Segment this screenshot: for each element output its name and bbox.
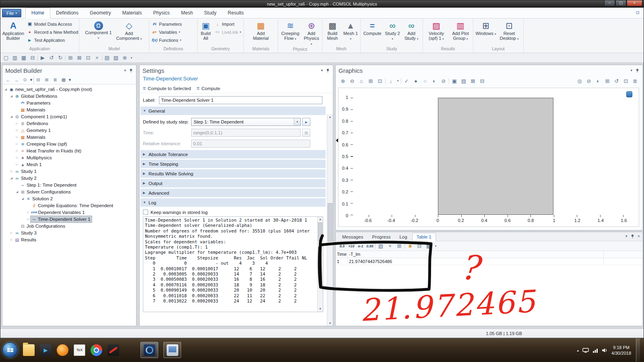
undo-icon[interactable]: ↺: [47, 54, 56, 62]
tree-expander[interactable]: ◢: [9, 115, 14, 118]
parameters-button[interactable]: Pi Parameters: [151, 21, 183, 27]
taskbar-clock[interactable]: 9:18 PM 4/30/2018: [611, 345, 631, 356]
section-advanced[interactable]: ▶ Advanced: [140, 189, 326, 197]
windows-button[interactable]: ⊞ Windows ▾: [475, 20, 497, 42]
show-hidden-icons-button[interactable]: ▴: [577, 348, 579, 352]
clipping-icon[interactable]: ⊘: [440, 77, 448, 85]
select-box-icon[interactable]: ⊠: [469, 77, 477, 85]
transparency-toggle-icon[interactable]: ◐: [594, 77, 602, 85]
redo-icon[interactable]: ↻: [56, 54, 64, 62]
decimal-notation-icon[interactable]: 0.85: [366, 242, 374, 250]
close-button[interactable]: ×: [627, 0, 642, 6]
network-tray-icon[interactable]: [592, 348, 598, 353]
tree-item[interactable]: ◢ ◉ new_set_upfor_ra6 - Copy.mph (root): [2, 86, 136, 93]
thumbnail-icon[interactable]: ▤: [460, 77, 468, 85]
tree-item[interactable]: Pi Parameters: [2, 99, 136, 106]
reset-desktop-button[interactable]: ⊡ Reset Desktop ▾: [498, 20, 520, 42]
chrome-taskbar-icon[interactable]: [91, 344, 102, 356]
application-builder-button[interactable]: A Application Builder: [2, 20, 25, 42]
tree-item[interactable]: ∂ Compile Equations: Time Dependent: [2, 202, 136, 209]
scroll-down-icon[interactable]: ▼: [327, 321, 333, 326]
section-results-while-solving[interactable]: ▶ Results While Solving: [140, 169, 326, 178]
full-precision-icon[interactable]: 8.5: [338, 242, 346, 250]
tab-mesh[interactable]: Mesh: [175, 8, 198, 18]
print-icon[interactable]: ⊟: [29, 54, 37, 62]
tree-item[interactable]: ▷ ▦ Materials: [2, 134, 136, 140]
collapse-all-icon[interactable]: ⊟: [34, 76, 42, 84]
table-row[interactable]: 1 21.974074437526486: [336, 258, 642, 265]
settings-scrollbar-thumb[interactable]: [328, 203, 332, 242]
tab-geometry[interactable]: Geometry: [84, 8, 117, 18]
tree-item[interactable]: ▷ ▲ Mesh 1: [2, 161, 136, 168]
compute-button-settings[interactable]: = Compute: [196, 86, 220, 91]
reset-hiding-icon[interactable]: ↺: [613, 77, 621, 85]
add-physics-button[interactable]: ⊛ Add Physics ▾: [302, 20, 321, 47]
build-all-button[interactable]: ▣ Build All: [199, 20, 213, 42]
tab-progress[interactable]: Progress: [368, 233, 394, 241]
save-icon[interactable]: ▦: [20, 54, 28, 62]
pin-icon[interactable]: [326, 68, 330, 73]
tree-expander[interactable]: ▷: [15, 129, 19, 132]
model-tree-settings-icon[interactable]: ▦: [60, 76, 68, 84]
copy-table-icon[interactable]: ⊟: [415, 242, 423, 250]
duplicate-icon[interactable]: ⊡: [84, 54, 92, 62]
copy-icon[interactable]: ⊞: [66, 54, 74, 62]
tab-definitions[interactable]: Definitions: [50, 8, 84, 18]
add-component-button[interactable]: ◇ Add Component ▾: [114, 20, 144, 42]
new-file-icon[interactable]: ▢: [2, 54, 10, 62]
pin-icon[interactable]: [129, 68, 133, 73]
section-absolute-tolerance[interactable]: ▶ Absolute Tolerance: [140, 150, 326, 158]
tab-results[interactable]: Results: [222, 8, 250, 18]
tree-expander[interactable]: ▷: [15, 163, 19, 166]
media-player-taskbar-icon[interactable]: ▶: [40, 344, 52, 356]
clear-table-icon[interactable]: ×: [386, 242, 394, 250]
chevron-down-icon[interactable]: ▾: [625, 234, 627, 238]
tab-physics[interactable]: Physics: [147, 8, 175, 18]
section-general[interactable]: ▼ General: [140, 107, 326, 115]
study-2-button[interactable]: ∞ Study 2 ▾: [384, 20, 401, 42]
add-plot-group-button[interactable]: ▥ Add Plot Group ▾: [449, 20, 472, 42]
variables-button[interactable]: a= Variables ▾: [151, 29, 183, 35]
select-mode-icon[interactable]: ✓: [402, 77, 411, 85]
run-icon[interactable]: ▶: [39, 54, 47, 62]
ribbon-display-options-icon[interactable]: ⊡: [636, 10, 640, 15]
tab-home[interactable]: Home: [25, 8, 50, 19]
velocity-plot-button[interactable]: ▨ Velocity (spf) 1 ▾: [424, 20, 448, 42]
plot-info-badge[interactable]: [626, 91, 632, 97]
zoom-out-icon[interactable]: ⊖: [348, 77, 356, 85]
tree-expander[interactable]: ▷: [9, 231, 14, 234]
pin-icon[interactable]: [630, 234, 635, 239]
tree-expander[interactable]: ▷: [15, 142, 19, 146]
tab-log[interactable]: Log: [395, 233, 411, 241]
tree-expander[interactable]: ◢: [15, 190, 19, 193]
print-plot-icon[interactable]: ≣: [631, 77, 639, 85]
tree-expander[interactable]: ▷: [15, 122, 19, 125]
tree-item[interactable]: ▦ Materials: [2, 106, 136, 113]
relative-tolerance-input[interactable]: [191, 140, 310, 148]
close-icon[interactable]: ×: [638, 234, 640, 239]
zoom-box-icon[interactable]: ⊞: [367, 77, 375, 85]
tree-item[interactable]: ▷ ∗ Multiphysics: [2, 154, 136, 161]
tree-item[interactable]: ◢ ⊙ Component 1 (comp1): [2, 113, 136, 120]
open-file-icon[interactable]: ▥: [11, 54, 19, 62]
time-input[interactable]: [191, 129, 301, 137]
tree-item[interactable]: ▷ ▤ Results: [2, 236, 136, 243]
view-visibility-icon[interactable]: ◎: [576, 77, 584, 85]
functions-button[interactable]: f(x) Functions ▾: [151, 37, 183, 43]
build-mesh-button[interactable]: ▩ Build Mesh: [324, 20, 341, 42]
tab-study[interactable]: Study: [198, 8, 222, 18]
tree-expander[interactable]: ◢: [9, 95, 14, 98]
start-button[interactable]: [2, 342, 18, 358]
creeping-flow-button[interactable]: ≋ Creeping Flow ▾: [279, 20, 301, 42]
plot-canvas[interactable]: 10.90.80.70.60.50.40.30.20.10 -0.6-0.4-0…: [338, 88, 639, 227]
tree-expander[interactable]: ▷: [9, 238, 14, 241]
tree-item[interactable]: ▷ uvw Dependent Variables 1: [2, 209, 136, 216]
surface-render-icon[interactable]: ●: [412, 77, 420, 85]
snapshot-camera-icon[interactable]: ⊡: [622, 77, 630, 85]
tree-item[interactable]: ▷ △ Geometry 1: [2, 127, 136, 134]
scroll-down-icon[interactable]: ▼: [318, 306, 323, 312]
tab-messages[interactable]: Messages: [338, 233, 367, 241]
viewer-taskbar-button[interactable]: [163, 342, 181, 358]
tree-item[interactable]: ▷ ≣ Definitions: [2, 120, 136, 127]
geometry-rectangle[interactable]: [438, 98, 553, 215]
